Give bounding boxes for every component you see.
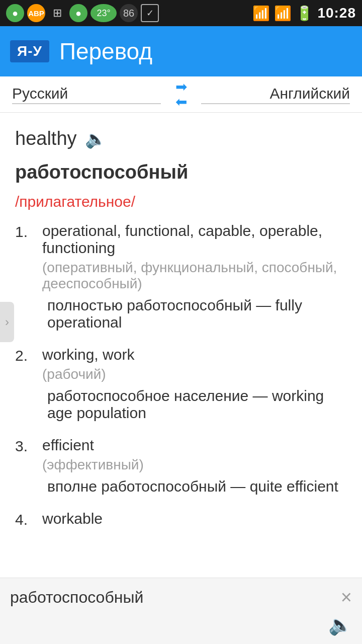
app-logo: Я-У (10, 40, 49, 62)
translated-word: работоспособный (15, 162, 347, 183)
app-bar: Я-У Перевод (0, 26, 362, 76)
def-body-4: workable (42, 510, 347, 530)
def-num-3: 3. (15, 437, 35, 495)
def-example-2: работоспособное население — working age … (42, 387, 347, 422)
status-bar-left: ● ABP ⊞ ● 23° 86 ✓ (6, 4, 159, 22)
language-bar[interactable]: Русский ➡ ⬅ Английский (0, 76, 362, 113)
search-input[interactable] (10, 586, 336, 609)
status-bar-right: 📶 📶 🔋 10:28 (252, 5, 356, 22)
bottom-speaker-row: 🔈 (10, 614, 352, 636)
definition-item-1: 1. operational, functional, capable, ope… (15, 222, 347, 331)
def-main-3: efficient (42, 437, 347, 454)
signal-icon: 📶 (274, 5, 292, 22)
battery-percent-icon: 86 (120, 4, 138, 22)
arrow-left-icon: ⬅ (175, 95, 187, 109)
source-lang-label[interactable]: Русский (12, 85, 161, 102)
def-body-3: efficient (эффективный) вполне работоспо… (42, 437, 347, 495)
swap-lang-button[interactable]: ➡ ⬅ (161, 80, 201, 109)
app-title: Перевод (59, 38, 152, 65)
wifi-icon: 📶 (252, 5, 270, 22)
battery-icon: 🔋 (296, 5, 313, 22)
bottom-speaker-icon[interactable]: 🔈 (328, 614, 352, 636)
main-content: healthy 🔈 работоспособный /прилагательно… (0, 113, 362, 636)
bottom-bar: × 🔈 (0, 578, 362, 644)
source-word: healthy (15, 128, 77, 149)
word-speaker-icon[interactable]: 🔈 (85, 129, 106, 149)
def-num-1: 1. (15, 222, 35, 331)
arrow-right-icon: ➡ (175, 80, 187, 94)
chevron-right-icon: › (5, 315, 9, 329)
def-main-4: workable (42, 510, 347, 527)
def-example-1: полностью работоспособный — fully operat… (42, 297, 347, 331)
word-header: healthy 🔈 (15, 128, 347, 149)
status-bar: ● ABP ⊞ ● 23° 86 ✓ 📶 📶 🔋 10:28 (0, 0, 362, 26)
def-main-2: working, work (42, 346, 347, 363)
check-icon: ✓ (141, 4, 159, 22)
pos-label: /прилагательное/ (15, 193, 347, 210)
search-row[interactable]: × (10, 586, 352, 609)
green-dot2-icon: ● (69, 4, 87, 22)
def-alt-2: (рабочий) (42, 366, 347, 382)
target-lang-label[interactable]: Английский (269, 85, 350, 102)
definitions-list: 1. operational, functional, capable, ope… (15, 222, 347, 530)
clear-button[interactable]: × (341, 587, 352, 608)
def-num-2: 2. (15, 346, 35, 422)
def-example-3: вполне работоспособный — quite efficient (42, 478, 347, 495)
def-body-1: operational, functional, capable, operab… (42, 222, 347, 331)
definition-item-2: 2. working, work (рабочий) работоспособн… (15, 346, 347, 422)
def-alt-1: (оперативный, функциональный, способный,… (42, 260, 347, 292)
def-body-2: working, work (рабочий) работоспособное … (42, 346, 347, 422)
time-label: 10:28 (317, 5, 356, 21)
abp-icon: ABP (27, 4, 45, 22)
side-drawer-handle[interactable]: › (0, 302, 14, 342)
temp-icon: 23° (90, 4, 117, 22)
def-num-4: 4. (15, 510, 35, 530)
grid-icon: ⊞ (48, 4, 66, 22)
def-main-1: operational, functional, capable, operab… (42, 222, 347, 257)
green-dot-icon: ● (6, 4, 24, 22)
definition-item-4: 4. workable (15, 510, 347, 530)
def-alt-3: (эффективный) (42, 457, 347, 473)
definition-item-3: 3. efficient (эффективный) вполне работо… (15, 437, 347, 495)
